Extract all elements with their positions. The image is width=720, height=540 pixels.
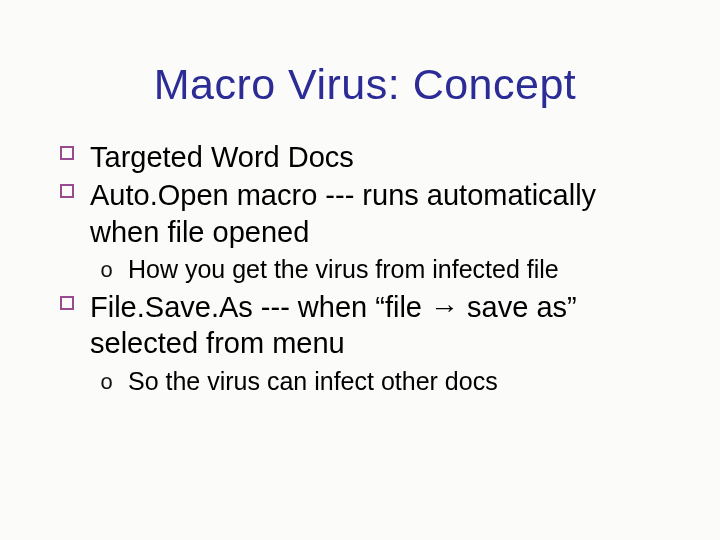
slide: Macro Virus: Concept Targeted Word Docs … [0, 0, 720, 540]
bullet-list: Targeted Word Docs Auto.Open macro --- r… [60, 139, 670, 397]
circle-bullet-icon: o [100, 370, 113, 398]
list-subitem: o How you get the virus from infected fi… [100, 254, 670, 285]
list-item-text: Targeted Word Docs [90, 141, 354, 173]
list-item-text: Auto.Open macro --- runs automatically w… [90, 179, 596, 247]
list-item: File.Save.As --- when “file → save as” s… [60, 289, 670, 362]
list-item: Auto.Open macro --- runs automatically w… [60, 177, 670, 250]
circle-bullet-icon: o [100, 258, 113, 286]
list-item-text: File.Save.As --- when “file → save as” s… [90, 291, 577, 359]
list-item: Targeted Word Docs [60, 139, 670, 175]
square-bullet-icon [60, 296, 74, 310]
list-subitem-text: So the virus can infect other docs [128, 367, 498, 395]
square-bullet-icon [60, 184, 74, 198]
slide-title: Macro Virus: Concept [60, 60, 670, 109]
list-subitem-text: How you get the virus from infected file [128, 255, 559, 283]
list-subitem: o So the virus can infect other docs [100, 366, 670, 397]
square-bullet-icon [60, 146, 74, 160]
